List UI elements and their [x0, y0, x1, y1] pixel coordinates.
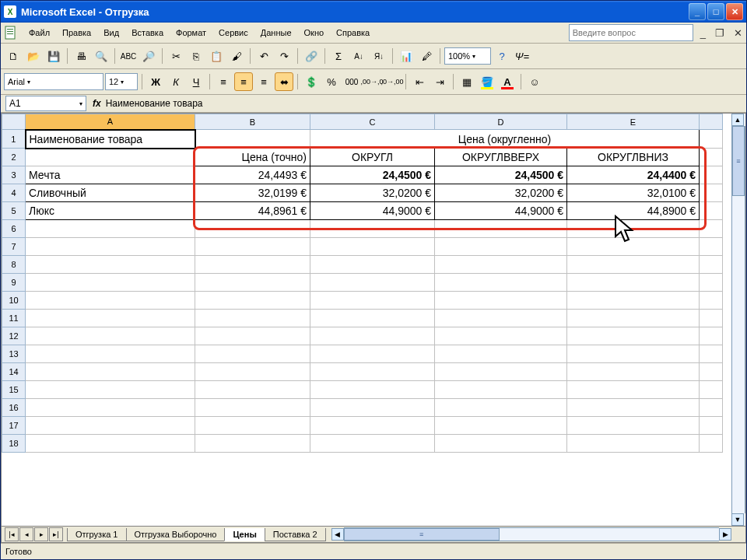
- cell[interactable]: 44,8900 €: [567, 202, 700, 220]
- sheet-tab[interactable]: Отгрузка Выборочно: [126, 528, 226, 541]
- cell[interactable]: [435, 220, 567, 238]
- cell[interactable]: [567, 345, 700, 363]
- scroll-up-button[interactable]: ▲: [731, 114, 744, 126]
- close-button[interactable]: ✕: [726, 3, 743, 20]
- cell[interactable]: [700, 202, 723, 220]
- col-header-b[interactable]: B: [195, 114, 310, 130]
- merge-center-button[interactable]: ⬌: [275, 72, 293, 91]
- doc-restore-button[interactable]: ❐: [713, 27, 727, 39]
- doc-close-button[interactable]: ✕: [731, 27, 745, 39]
- cell[interactable]: [195, 292, 310, 310]
- smiley-button[interactable]: ☺: [525, 72, 544, 91]
- cell[interactable]: [700, 149, 723, 166]
- cell[interactable]: [700, 345, 723, 363]
- tab-nav-prev[interactable]: ◂: [19, 527, 33, 541]
- row-header[interactable]: 8: [2, 256, 26, 274]
- menu-window[interactable]: Окно: [298, 26, 331, 40]
- maximize-button[interactable]: □: [707, 3, 724, 20]
- increase-decimal-button[interactable]: ,00→,0: [363, 72, 381, 91]
- cell[interactable]: [310, 220, 435, 238]
- cell[interactable]: 24,4400 €: [567, 166, 700, 184]
- cell[interactable]: [700, 166, 723, 184]
- row-header[interactable]: 3: [2, 166, 26, 184]
- cell[interactable]: [700, 399, 723, 417]
- cell[interactable]: [567, 363, 700, 381]
- fx-icon[interactable]: fx: [93, 98, 101, 109]
- sort-asc-button[interactable]: А↓: [349, 47, 368, 65]
- cell[interactable]: [310, 435, 435, 453]
- cell[interactable]: [26, 220, 195, 238]
- menu-insert[interactable]: Вставка: [125, 26, 170, 40]
- decrease-indent-button[interactable]: ⇤: [410, 72, 429, 91]
- row-header[interactable]: 13: [2, 345, 26, 363]
- align-right-button[interactable]: ≡: [254, 72, 273, 91]
- col-header-e[interactable]: E: [567, 114, 700, 130]
- zoom-dropdown[interactable]: 100%▾: [444, 47, 491, 65]
- cell[interactable]: 32,0200 €: [435, 184, 567, 202]
- cell[interactable]: 44,9000 €: [435, 202, 567, 220]
- menu-help[interactable]: Справка: [330, 26, 376, 40]
- cell[interactable]: 32,0100 €: [567, 184, 700, 202]
- scroll-right-button[interactable]: ▶: [719, 528, 731, 541]
- research-button[interactable]: 🔎: [139, 47, 158, 65]
- underline-button[interactable]: Ч: [187, 72, 205, 91]
- cell[interactable]: [700, 130, 723, 149]
- cell[interactable]: ОКРУГЛВНИЗ: [567, 149, 700, 166]
- redo-button[interactable]: ↷: [275, 47, 293, 65]
- cell[interactable]: [195, 256, 310, 274]
- increase-indent-button[interactable]: ⇥: [430, 72, 449, 91]
- cell[interactable]: 24,4500 €: [435, 166, 567, 184]
- cell[interactable]: [26, 256, 195, 274]
- format-painter-button[interactable]: 🖌: [227, 47, 246, 65]
- menu-data[interactable]: Данные: [254, 26, 298, 40]
- cell[interactable]: [700, 238, 723, 256]
- cell[interactable]: [700, 417, 723, 435]
- align-left-button[interactable]: ≡: [214, 72, 233, 91]
- vertical-scrollbar[interactable]: ▲ ▼: [731, 114, 745, 526]
- cell[interactable]: [567, 310, 700, 327]
- tab-nav-next[interactable]: ▸: [34, 527, 48, 541]
- col-header-d[interactable]: D: [435, 114, 567, 130]
- cell[interactable]: [26, 363, 195, 381]
- cell[interactable]: [567, 292, 700, 310]
- sheet-tab[interactable]: Поставка 2: [265, 528, 326, 541]
- row-header[interactable]: 11: [2, 310, 26, 327]
- cell[interactable]: [700, 310, 723, 327]
- cell[interactable]: [195, 399, 310, 417]
- cell[interactable]: ОКРУГЛ: [310, 149, 435, 166]
- cell[interactable]: [26, 345, 195, 363]
- cell[interactable]: Мечта: [26, 166, 195, 184]
- doc-minimize-button[interactable]: _: [698, 27, 708, 39]
- drawing-button[interactable]: 🖉: [417, 47, 436, 65]
- cell[interactable]: [435, 292, 567, 310]
- cut-button[interactable]: ✂: [167, 47, 185, 65]
- col-header-a[interactable]: A: [26, 114, 195, 130]
- spreadsheet-grid[interactable]: A B C D E 1 Наименование товара Цена (ок…: [2, 114, 723, 453]
- cell[interactable]: [435, 327, 567, 345]
- minimize-button[interactable]: _: [689, 3, 706, 20]
- bold-button[interactable]: Ж: [146, 72, 165, 91]
- cell[interactable]: [195, 345, 310, 363]
- cell[interactable]: [435, 363, 567, 381]
- cell[interactable]: 24,4500 €: [310, 166, 435, 184]
- row-header[interactable]: 18: [2, 435, 26, 453]
- scroll-thumb[interactable]: [344, 528, 500, 541]
- tab-nav-first[interactable]: |◂: [5, 527, 19, 541]
- row-header[interactable]: 6: [2, 220, 26, 238]
- scroll-left-button[interactable]: ◀: [331, 528, 344, 541]
- cell[interactable]: Люкс: [26, 202, 195, 220]
- cell[interactable]: [567, 381, 700, 399]
- cell[interactable]: [700, 256, 723, 274]
- cell[interactable]: [567, 435, 700, 453]
- cell[interactable]: [435, 417, 567, 435]
- formula-evaluate-button[interactable]: Ψ=: [513, 47, 531, 65]
- row-header[interactable]: 5: [2, 202, 26, 220]
- row-header[interactable]: 7: [2, 238, 26, 256]
- cell[interactable]: 32,0199 €: [195, 184, 310, 202]
- name-box[interactable]: A1▾: [5, 96, 86, 111]
- cell[interactable]: [435, 310, 567, 327]
- cell[interactable]: [700, 220, 723, 238]
- cell[interactable]: [195, 130, 310, 149]
- cell[interactable]: [700, 435, 723, 453]
- percent-button[interactable]: %: [322, 72, 341, 91]
